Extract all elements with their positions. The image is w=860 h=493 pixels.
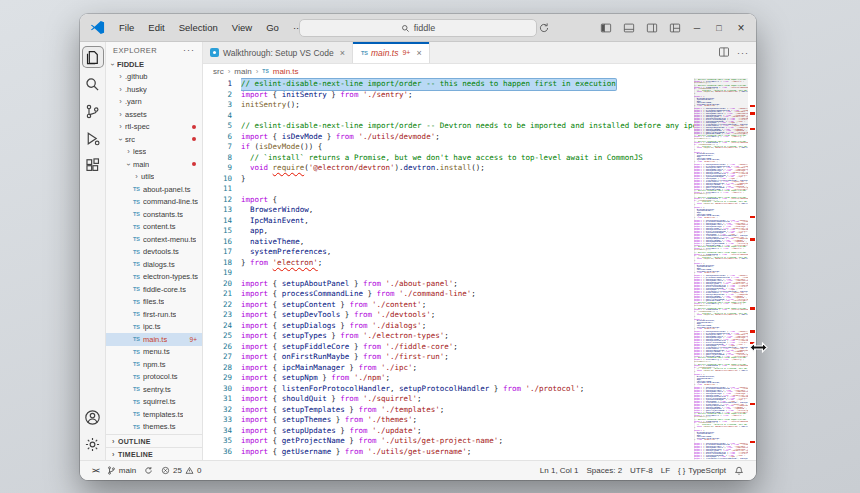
- code-line[interactable]: import { processCommandLine } from './co…: [241, 289, 694, 300]
- menu-edit[interactable]: Edit: [141, 14, 171, 42]
- toggle-secondary-sidebar-icon[interactable]: [643, 19, 660, 36]
- notifications-bell[interactable]: [730, 466, 748, 476]
- tree-file-first-run.ts[interactable]: TSfirst-run.ts: [106, 308, 202, 321]
- code-line[interactable]: systemPreferences,: [241, 247, 694, 258]
- code-line[interactable]: import { isDevMode } from './utils/devmo…: [241, 132, 694, 143]
- explorer-more-actions[interactable]: ···: [183, 45, 195, 55]
- code-line[interactable]: BrowserWindow,: [241, 205, 694, 216]
- tree-file-electron-types.ts[interactable]: TSelectron-types.ts: [106, 271, 202, 284]
- code-line[interactable]: import { onFirstRunMaybe } from './first…: [241, 352, 694, 363]
- breadcrumb-main-ts[interactable]: main.ts: [273, 67, 299, 76]
- menu-file[interactable]: File: [112, 14, 141, 42]
- sync-changes[interactable]: [140, 466, 157, 475]
- search-input[interactable]: fiddle: [299, 19, 537, 37]
- tab-main-ts[interactable]: TS main.ts 9+ ×: [353, 42, 430, 63]
- tree-file-command-line.ts[interactable]: TScommand-line.ts: [106, 196, 202, 209]
- code-lines[interactable]: // eslint-disable-next-line import/order…: [241, 78, 694, 460]
- toggle-panel-icon[interactable]: [620, 19, 637, 36]
- tree-file-squirrel.ts[interactable]: TSsquirrel.ts: [106, 396, 202, 409]
- code-line[interactable]: import { initSentry } from './sentry';: [241, 90, 694, 101]
- code-line[interactable]: import { ipcMainManager } from './ipc';: [241, 363, 694, 374]
- code-line[interactable]: import { shouldQuit } from './squirrel';: [241, 394, 694, 405]
- code-line[interactable]: import { listenForProtocolHandler, setup…: [241, 384, 694, 395]
- code-line[interactable]: import { setupContent } from './content'…: [241, 300, 694, 311]
- tree-file-npm.ts[interactable]: TSnpm.ts: [106, 358, 202, 371]
- maximize-button[interactable]: □: [708, 14, 730, 41]
- code-line[interactable]: import { setupDevTools } from './devtool…: [241, 310, 694, 321]
- tree-root-fiddle[interactable]: › FIDDLE: [106, 58, 202, 71]
- code-line[interactable]: import { setupAboutPanel } from './about…: [241, 279, 694, 290]
- accounts-icon[interactable]: [82, 406, 104, 428]
- remote-indicator-icon[interactable]: ><: [88, 466, 103, 475]
- breadcrumb-main[interactable]: main: [234, 67, 251, 76]
- encoding[interactable]: UTF-8: [626, 466, 657, 475]
- code-line[interactable]: app,: [241, 226, 694, 237]
- code-editor[interactable]: 1234567891011121314151617181920212223242…: [203, 78, 756, 460]
- code-line[interactable]: import {: [241, 195, 694, 206]
- minimap-slider[interactable]: [694, 78, 748, 135]
- tree-file-fiddle-core.ts[interactable]: TSfiddle-core.ts: [106, 283, 202, 296]
- menu-go[interactable]: Go: [259, 14, 286, 42]
- tree-file-about-panel.ts[interactable]: TSabout-panel.ts: [106, 183, 202, 196]
- sync-icon[interactable]: [535, 19, 552, 36]
- code-line[interactable]: import { getProjectName } from './utils/…: [241, 436, 694, 447]
- settings-gear-icon[interactable]: [82, 433, 104, 455]
- code-line[interactable]: import { setupUpdates } from './update';: [241, 426, 694, 437]
- overview-ruler[interactable]: [748, 78, 756, 460]
- tree-file-constants.ts[interactable]: TSconstants.ts: [106, 208, 202, 221]
- tree-folder-src[interactable]: ›src: [106, 133, 202, 146]
- breadcrumb-src[interactable]: src: [213, 67, 224, 76]
- tree-file-context-menu.ts[interactable]: TScontext-menu.ts: [106, 233, 202, 246]
- branch-indicator[interactable]: main: [103, 466, 140, 475]
- code-line[interactable]: [241, 184, 694, 195]
- tree-file-protocol.ts[interactable]: TSprotocol.ts: [106, 371, 202, 384]
- menu-selection[interactable]: Selection: [172, 14, 225, 42]
- customize-layout-icon[interactable]: [666, 19, 683, 36]
- tree-file-content.ts[interactable]: TScontent.ts: [106, 221, 202, 234]
- eol-sequence[interactable]: LF: [657, 466, 674, 475]
- close-icon[interactable]: ×: [416, 48, 421, 58]
- run-debug-icon[interactable]: [82, 127, 104, 149]
- menu-view[interactable]: View: [225, 14, 259, 42]
- close-button[interactable]: ×: [730, 14, 752, 41]
- tree-folder-rtl-spec[interactable]: ›rtl-spec: [106, 121, 202, 134]
- code-line[interactable]: import { getUsername } from './utils/get…: [241, 447, 694, 458]
- outline-section[interactable]: › OUTLINE: [106, 434, 202, 447]
- code-line[interactable]: // eslint-disable-next-line import/order…: [241, 121, 694, 132]
- editor-more-actions[interactable]: ···: [737, 48, 749, 58]
- problems-indicator[interactable]: 25 0: [157, 466, 205, 475]
- code-line[interactable]: import { setupTypes } from './electron-t…: [241, 331, 694, 342]
- explorer-icon[interactable]: [82, 46, 104, 68]
- tree-file-files.ts[interactable]: TSfiles.ts: [106, 296, 202, 309]
- code-line[interactable]: initSentry();: [241, 100, 694, 111]
- code-line[interactable]: [241, 268, 694, 279]
- tree-folder-assets[interactable]: ›assets: [106, 108, 202, 121]
- code-line[interactable]: IpcMainEvent,: [241, 216, 694, 227]
- search-view-icon[interactable]: [82, 73, 104, 95]
- minimap[interactable]: // eslint-disable-next-line import/order…: [694, 78, 748, 460]
- tree-file-templates.ts[interactable]: TStemplates.ts: [106, 408, 202, 421]
- tree-file-sentry.ts[interactable]: TSsentry.ts: [106, 383, 202, 396]
- tree-folder-.github[interactable]: ›.github: [106, 71, 202, 84]
- code-line[interactable]: // `install` returns a Promise, but we d…: [241, 153, 694, 164]
- tree-folder-main[interactable]: ›main: [106, 158, 202, 171]
- code-line[interactable]: import { setupDialogs } from './dialogs'…: [241, 321, 694, 332]
- tree-file-devtools.ts[interactable]: TSdevtools.ts: [106, 246, 202, 259]
- code-line[interactable]: import { setupThemes } from './themes';: [241, 415, 694, 426]
- code-line[interactable]: [241, 111, 694, 122]
- code-line[interactable]: } from 'electron';: [241, 258, 694, 269]
- tree-folder-utils[interactable]: ›utils: [106, 171, 202, 184]
- code-line[interactable]: import { setupFiddleCore } from './fiddl…: [241, 342, 694, 353]
- tree-folder-less[interactable]: ›less: [106, 146, 202, 159]
- language-mode[interactable]: { } TypeScript: [674, 466, 730, 475]
- source-control-icon[interactable]: [82, 100, 104, 122]
- tree-folder-.yarn[interactable]: ›.yarn: [106, 96, 202, 109]
- tree-file-dialogs.ts[interactable]: TSdialogs.ts: [106, 258, 202, 271]
- code-line[interactable]: if (isDevMode()) {: [241, 142, 694, 153]
- code-line[interactable]: import { setupNpm } from './npm';: [241, 373, 694, 384]
- tab-walkthrough[interactable]: Walkthrough: Setup VS Code ×: [203, 42, 353, 63]
- split-editor-icon[interactable]: [718, 44, 730, 62]
- code-line[interactable]: void require('@electron/devtron').devtro…: [241, 163, 694, 174]
- tree-file-ipc.ts[interactable]: TSipc.ts: [106, 321, 202, 334]
- timeline-section[interactable]: › TIMELINE: [106, 447, 202, 460]
